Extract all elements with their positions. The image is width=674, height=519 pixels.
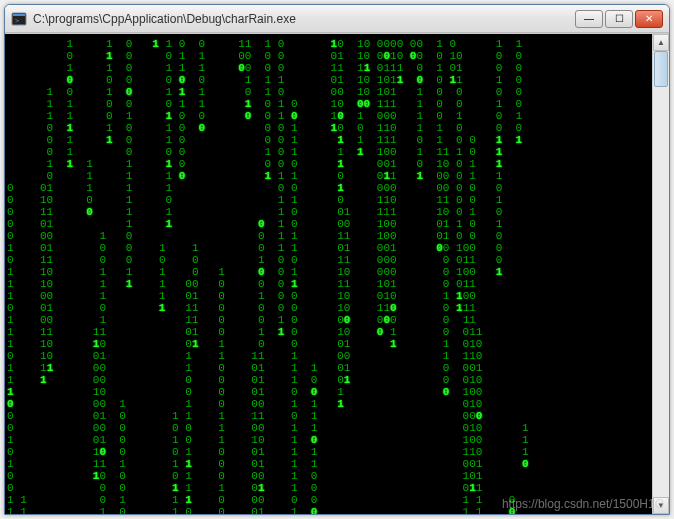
console-line: 1 1 0 1 1 1 0 00 0 0 1 1 0 (7, 494, 650, 506)
console-line: 0 1 1 1 0 1 1 1 0 011 1 00 0 1 1 (7, 170, 650, 182)
console-line: 1 1 0 1 1 1 00 0 0 11 11 0111 0 1 01 0 0 (7, 62, 650, 74)
console-line: 1 1 0 1 1 0 0 0 0 1 0 10 1 000 1 0 1 0 1 (7, 110, 650, 122)
console-output: 1 1 0 1 1 0 0 11 1 0 10 10 0000 00 1 0 1… (5, 34, 652, 514)
console-line: 0 10 01 1 1 11 1 00 1 110 (7, 350, 650, 362)
app-window: >_ C:\programs\CppApplication\Debug\char… (4, 4, 670, 515)
console-line: 0 10 0 0 1 0 01 1 1 110 1 (7, 446, 650, 458)
svg-text:>_: >_ (15, 17, 24, 25)
console-line: 1 00 1 11 0 0 1 0 00 000 0 11 (7, 314, 650, 326)
console-line: 1 0 1 0 1 1 1 0 1 0 00 10 101 1 0 0 0 0 (7, 86, 650, 98)
console-line: 1 1 0 0 0 1 1 1 0 1 0 10 00 111 1 0 0 1 … (7, 98, 650, 110)
console-line: 1 10 0 0 01 0 0 1 0 100 (7, 386, 650, 398)
console-line: 0 10 0 0 1 0 00 1 0 101 (7, 470, 650, 482)
console-line: 0 10 0 1 0 1 1 0 110 11 0 0 1 (7, 194, 650, 206)
console-line: 1 01 0 1 0 1 10 1 0 100 1 (7, 434, 650, 446)
window-controls: — ☐ ✕ (575, 10, 663, 28)
console-line: 0 00 1 1 0 00 1 1 1 010 (7, 398, 650, 410)
console-app-icon: >_ (11, 11, 27, 27)
console-line: 0 1 1 0 1 0 0 0 1 1 1 111 0 1 0 0 1 1 (7, 134, 650, 146)
console-line: 1 1 00 0 0 01 1 0 01 0 010 (7, 374, 650, 386)
console-line: 1 1 1 1 1 0 0 0 0 1 001 0 10 0 1 1 (7, 158, 650, 170)
console-line: 0 0 0 1 1 1 01 1 0 011 (7, 482, 650, 494)
console-line: 0 01 1 1 1 0 0 1 000 00 0 0 0 (7, 182, 650, 194)
scrollbar-thumb[interactable] (654, 51, 668, 87)
console-line: 0 01 0 1 1 1 11 0 1 000 (7, 410, 650, 422)
client-area: 1 1 0 1 1 0 0 11 1 0 10 10 0000 00 1 0 1… (5, 33, 669, 514)
close-button[interactable]: ✕ (635, 10, 663, 28)
scroll-up-button[interactable]: ▲ (653, 34, 669, 51)
console-line: 1 10 10 01 1 0 0 01 1 1 010 (7, 338, 650, 350)
console-line: 1 11 00 1 0 01 1 1 01 0 001 (7, 362, 650, 374)
scrollbar-track[interactable] (653, 51, 669, 497)
console-line: 0 00 0 0 0 1 00 1 1 010 1 (7, 422, 650, 434)
window-title: C:\programs\CppApplication\Debug\charRai… (33, 12, 575, 26)
console-line: 1 00 1 1 01 0 1 0 0 10 010 1 100 (7, 290, 650, 302)
console-line: 1 01 0 0 1 1 0 1 1 01 001 00 100 0 (7, 242, 650, 254)
console-line: 0 11 0 0 0 0 1 0 0 11 000 0 011 0 (7, 254, 650, 266)
console-line: 1 1 1 0 1 0 0 01 1 0 1 1 0 (7, 506, 650, 514)
console-line: 1 11 11 01 0 1 1 0 10 0 1 0 011 (7, 326, 650, 338)
console-line: 0 1 0 0 1 1 00 0 0 01 10 0010 00 0 10 0 … (7, 50, 650, 62)
vertical-scrollbar[interactable]: ▲ ▼ (652, 34, 669, 514)
minimize-button[interactable]: — (575, 10, 603, 28)
console-line: 1 11 1 1 1 0 01 1 1 001 0 (7, 458, 650, 470)
console-line: 0 11 0 1 1 1 0 01 111 10 0 1 0 (7, 206, 650, 218)
console-line: 1 10 1 1 1 00 0 0 0 1 11 101 0 011 (7, 278, 650, 290)
console-line: 0 01 0 1 11 0 0 0 0 10 110 0 111 (7, 302, 650, 314)
console-line: 0 0 0 0 0 0 1 1 1 01 10 1011 0 0 11 1 0 (7, 74, 650, 86)
console-line: 0 1 0 0 0 1 0 1 1 1 100 1 11 1 0 1 (7, 146, 650, 158)
console-line: 0 00 1 0 0 1 1 11 100 01 0 0 0 (7, 230, 650, 242)
console-line: 0 01 1 1 0 1 0 00 100 01 1 0 1 (7, 218, 650, 230)
console-line: 0 1 1 0 1 0 0 0 0 1 10 0 110 1 1 0 0 0 (7, 122, 650, 134)
scroll-down-button[interactable]: ▼ (653, 497, 669, 514)
console-line: 1 10 1 1 1 0 1 0 0 1 10 000 0 100 1 (7, 266, 650, 278)
maximize-button[interactable]: ☐ (605, 10, 633, 28)
svg-rect-1 (13, 14, 25, 16)
console-line: 1 1 0 1 1 0 0 11 1 0 10 10 0000 00 1 0 1… (7, 38, 650, 50)
titlebar[interactable]: >_ C:\programs\CppApplication\Debug\char… (5, 5, 669, 33)
